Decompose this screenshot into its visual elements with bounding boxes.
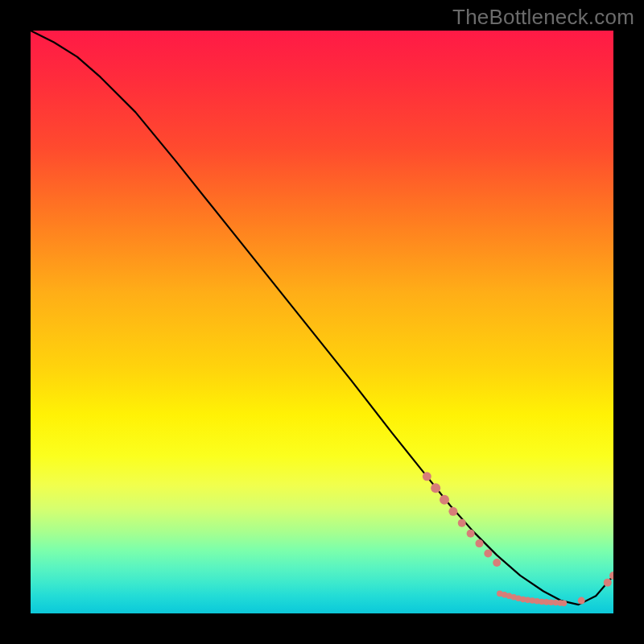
data-point [604, 579, 612, 587]
data-point [440, 495, 449, 505]
data-point [493, 559, 501, 567]
data-point [458, 519, 466, 527]
data-point [448, 507, 457, 516]
data-point [423, 472, 431, 481]
plot-area [31, 31, 613, 613]
data-point [475, 539, 483, 547]
data-point [467, 530, 475, 538]
data-point [484, 549, 492, 557]
data-point [431, 483, 440, 493]
data-point [578, 597, 585, 605]
data-markers [423, 472, 613, 606]
chart-svg [31, 31, 613, 613]
chart-frame: TheBottleneck.com [0, 0, 644, 644]
bottleneck-curve [31, 31, 613, 605]
watermark-text: TheBottleneck.com [452, 5, 634, 30]
data-point [561, 601, 568, 607]
